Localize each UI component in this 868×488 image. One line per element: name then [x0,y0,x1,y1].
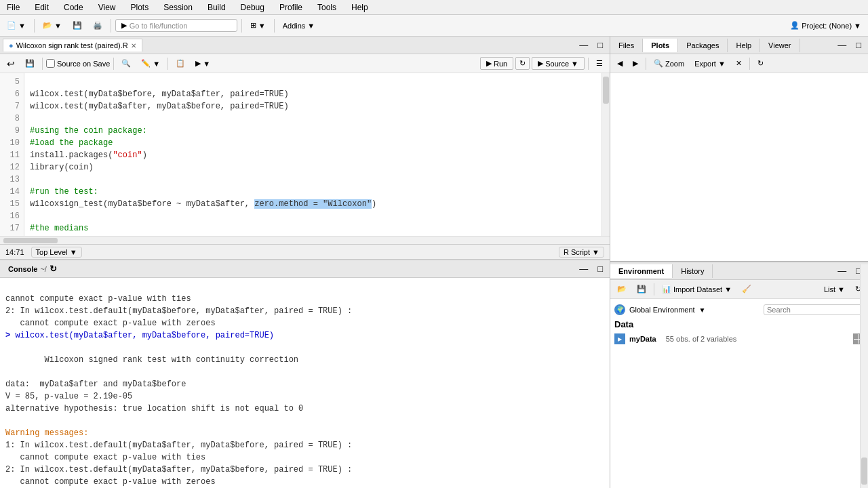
console-minimize-button[interactable]: — [575,262,592,276]
editor-toolbar: ↩ 💾 Source on Save 🔍 ✏️ ▼ [0,54,610,73]
et-sep2 [113,58,114,70]
editor-minimize-button[interactable]: — [575,38,592,52]
find-button[interactable]: 🔍 [117,57,135,70]
scope-indicator[interactable]: Top Level ▼ [31,247,82,258]
env-search-input[interactable] [764,304,864,315]
main-layout: ● Wilcoxon sign rank test (paired).R ✕ —… [0,37,868,488]
code-line-5: wilcox.test(myData$before, myData$after,… [30,89,289,99]
grid-view-button[interactable]: ⊞ ▼ [246,19,270,32]
import-dataset-button[interactable]: 📊 Import Dataset ▼ [658,283,736,296]
code-tools-dropdown: ▼ [153,60,160,68]
tab-plots[interactable]: Plots [643,39,678,52]
zoom-icon: 🔍 [654,59,663,68]
console-maximize-button[interactable]: □ [593,262,607,276]
right-top-minimize-button[interactable]: — [833,38,850,52]
compile-button[interactable]: 📋 [172,57,189,70]
editor-options-icon: ☰ [596,59,603,68]
editor-vscroll[interactable] [601,73,610,236]
addins-button[interactable]: Addins ▼ [279,20,319,32]
console-tab-label: Console [8,265,37,273]
console-tab[interactable]: Console ~/ ↻ [3,262,62,276]
code-line-8: #using the coin package: [30,126,147,136]
env-dropdown-icon[interactable]: ▼ [699,306,706,314]
env-entry-mydata[interactable]: ▶ myData 55 obs. of 2 variables [614,332,864,346]
editor-vscroll-thumb[interactable] [603,77,609,104]
list-view-button[interactable]: List ▼ [820,283,849,296]
rt-sep2 [749,58,750,70]
menu-debug[interactable]: Debug [237,1,269,14]
tab-history[interactable]: History [673,264,713,278]
load-workspace-button[interactable]: 📂 [613,283,631,296]
separator2 [111,19,111,33]
file-type-indicator[interactable]: R Script ▼ [559,247,604,258]
right-bottom-minimize-button[interactable]: — [833,264,850,278]
plots-forward-button[interactable]: ▶ [629,57,642,70]
code-line-13: #run the test: [30,187,98,197]
menu-build[interactable]: Build [203,1,230,14]
menu-file[interactable]: File [3,1,24,14]
menu-help[interactable]: Help [347,1,372,14]
editor-tab-wilcoxon[interactable]: ● Wilcoxon sign rank test (paired).R ✕ [3,39,142,52]
code-content[interactable]: wilcox.test(myData$before, myData$after,… [24,73,601,236]
go-to-file-box[interactable]: ▶ Go to file/function [115,19,237,32]
export-label: Export [694,60,716,68]
console-content[interactable]: cannot compute exact p-value with ties 2… [0,278,610,488]
right-bottom-panel: Environment History — □ 📂 💾 📊 Impo [610,262,868,488]
code-tools-button[interactable]: ✏️ ▼ [137,57,164,70]
source-arrow-icon: ▶ [538,59,543,68]
menu-code[interactable]: Code [60,1,87,14]
export-button[interactable]: Export ▼ [690,58,730,70]
save-ws-icon: 💾 [637,285,646,293]
menu-plots[interactable]: Plots [127,1,153,14]
file-type-dropdown-icon: ▼ [592,248,599,256]
save-doc-button[interactable]: 💾 [21,57,39,70]
delete-plot-button[interactable]: ✕ [732,57,746,70]
more-button[interactable]: ▶ ▼ [191,57,214,70]
save-workspace-button[interactable]: 💾 [633,283,650,296]
tab-viewer[interactable]: Viewer [760,39,800,52]
tab-files[interactable]: Files [610,39,643,52]
menu-edit[interactable]: Edit [31,1,53,14]
tab-help[interactable]: Help [728,39,760,52]
right-top-maximize-button[interactable]: □ [852,38,865,52]
editor-hscroll-thumb[interactable] [3,238,58,243]
re-run-button[interactable]: ↻ [515,57,530,70]
code-editor[interactable]: 5 6 7 8 9 10 11 12 13 14 15 16 17 18 wil… [0,73,610,236]
console-refresh-icon[interactable]: ↻ [50,264,57,274]
project-selector[interactable]: 👤 Project: (None) ▼ [786,19,865,32]
global-env-label[interactable]: Global Environment [629,306,695,314]
tab-packages[interactable]: Packages [678,39,728,52]
save-icon: 💾 [73,21,82,30]
separator [34,19,35,33]
menu-view[interactable]: View [94,1,120,14]
new-script-button[interactable]: 📄 ▼ [3,19,30,32]
zoom-button[interactable]: 🔍 Zoom [650,57,688,70]
menu-profile[interactable]: Profile [275,1,307,14]
code-line-14: wilcoxsign_test(myData$before ~ myData$a… [30,199,376,209]
save-all-button[interactable]: 🖨️ [89,19,106,32]
menu-tools[interactable]: Tools [313,1,340,14]
undo-button[interactable]: ↩ [3,56,19,71]
load-icon: 📂 [617,285,627,293]
plots-back-button[interactable]: ◀ [613,57,627,70]
clear-env-button[interactable]: 🧹 [738,283,755,296]
editor-tab-close[interactable]: ✕ [131,42,136,49]
editor-maximize-button[interactable]: □ [593,38,607,52]
source-button[interactable]: ▶ Source ▼ [532,57,585,70]
run-button[interactable]: ▶ Run [480,57,513,70]
import-icon: 📊 [662,285,671,293]
console-section: Console ~/ ↻ — □ cannot compute exact p-… [0,260,610,488]
editor-hscroll[interactable] [0,236,610,244]
save-button[interactable]: 💾 [68,19,86,32]
code-line-15 [30,211,35,221]
open-file-button[interactable]: 📂 ▼ [39,19,66,32]
source-on-save-toggle[interactable]: Source on Save [46,59,110,68]
global-toolbar: 📄 ▼ 📂 ▼ 💾 🖨️ ▶ Go to file/function ⊞ ▼ A… [0,15,868,37]
console-output-7: alternative hypothesis: true location sh… [5,404,303,413]
editor-options-button[interactable]: ☰ [592,57,607,70]
refresh-button[interactable]: ↻ [753,57,768,70]
console-output-5: data: myData$after and myData$before [5,380,186,389]
tab-environment[interactable]: Environment [610,264,673,278]
menu-session[interactable]: Session [159,1,197,14]
source-on-save-checkbox[interactable] [46,59,55,68]
